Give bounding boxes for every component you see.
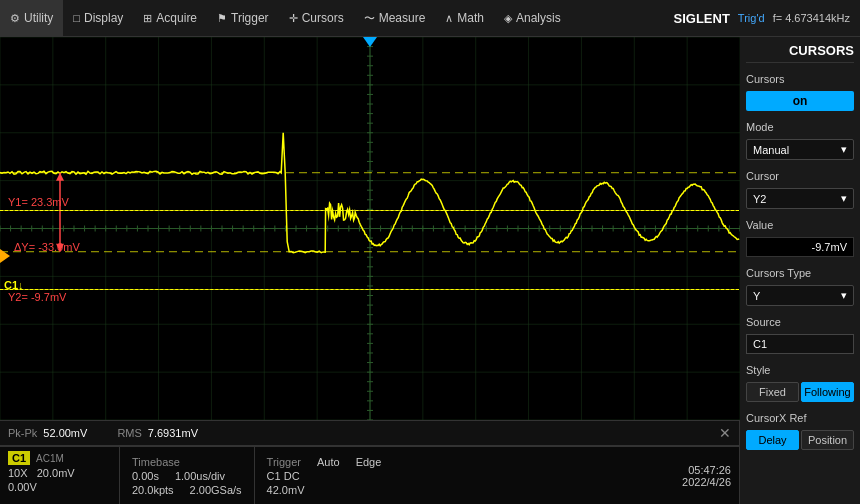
menu-trigger[interactable]: ⚑ Trigger xyxy=(207,0,279,36)
timebase-info: Timebase 0.00s 1.00us/div 20.0kpts 2.00G… xyxy=(120,447,255,504)
samples: 20.0kpts xyxy=(132,484,174,496)
ch1-coupling: AC1M xyxy=(36,453,64,464)
menu-acquire[interactable]: ⊞ Acquire xyxy=(133,0,207,36)
cursors-type-label: Cursors Type xyxy=(746,267,854,279)
style-following-button[interactable]: Following xyxy=(801,382,854,402)
scope-area: Y1= 23.3mV ΔY= -33.0mV Y2= -9.7mV C1↓ Pk… xyxy=(0,37,740,504)
chevron-down-icon-3: ▾ xyxy=(841,289,847,302)
cursors-type-dropdown[interactable]: Y ▾ xyxy=(746,285,854,306)
position-button[interactable]: Position xyxy=(801,430,854,450)
rms-measurement: RMS 7.6931mV xyxy=(117,427,198,439)
trig-level: 42.0mV xyxy=(267,484,305,496)
scope-canvas xyxy=(0,37,740,420)
menu-analysis[interactable]: ◈ Analysis xyxy=(494,0,571,36)
timebase-label: Timebase xyxy=(132,456,180,468)
sample-rate: 2.00GSa/s xyxy=(190,484,242,496)
time-div: 1.00us/div xyxy=(175,470,225,482)
date-display: 2022/4/26 xyxy=(682,476,731,488)
math-icon: ∧ xyxy=(445,12,453,25)
pkpk-label: Pk-Pk xyxy=(8,427,37,439)
rms-label: RMS xyxy=(117,427,141,439)
time-display: 05:47:26 xyxy=(688,464,731,476)
trig-status: Trig'd xyxy=(738,12,765,24)
trigger-level-marker xyxy=(363,37,377,47)
style-fixed-button[interactable]: Fixed xyxy=(746,382,799,402)
display-icon: □ xyxy=(73,12,80,24)
cursors-on-button[interactable]: on xyxy=(746,91,854,111)
ch1-badge: C1 xyxy=(8,451,30,465)
brand-area: SIGLENT Trig'd f= 4.673414kHz xyxy=(674,11,860,26)
trig-type: Edge xyxy=(356,456,382,468)
mode-dropdown[interactable]: Manual ▾ xyxy=(746,139,854,160)
panel-title: CURSORS xyxy=(746,43,854,63)
chevron-down-icon: ▾ xyxy=(841,143,847,156)
utility-icon: ⚙ xyxy=(10,12,20,25)
cursor-label: Cursor xyxy=(746,170,854,182)
cursor-value-display: -9.7mV xyxy=(746,237,854,257)
style-button-row: Fixed Following xyxy=(746,382,854,402)
ch1-waveform-label: C1↓ xyxy=(4,279,24,291)
measurements-bar: Pk-Pk 52.00mV RMS 7.6931mV ✕ xyxy=(0,420,739,446)
channel-info-bar: C1 AC1M 10X 20.0mV 0.00V Timebase 0.00s xyxy=(0,446,739,504)
acquire-icon: ⊞ xyxy=(143,12,152,25)
trigger-info: Trigger Auto Edge C1 DC 42.0mV xyxy=(255,447,394,504)
top-menu-bar: ⚙ Utility □ Display ⊞ Acquire ⚑ Trigger … xyxy=(0,0,860,37)
value-label: Value xyxy=(746,219,854,231)
menu-math[interactable]: ∧ Math xyxy=(435,0,494,36)
menu-utility[interactable]: ⚙ Utility xyxy=(0,0,63,36)
cursors-section-label: Cursors xyxy=(746,73,854,85)
ch1-offset: 0.00V xyxy=(8,481,111,493)
cursors-panel: CURSORS Cursors on Mode Manual ▾ Cursor … xyxy=(740,37,860,504)
chevron-down-icon-2: ▾ xyxy=(841,192,847,205)
rms-value: 7.6931mV xyxy=(148,427,198,439)
trigger-icon: ⚑ xyxy=(217,12,227,25)
trigger-label: Trigger xyxy=(267,456,301,468)
freq-display: f= 4.673414kHz xyxy=(773,12,850,24)
source-value: C1 xyxy=(746,334,854,354)
ch1-probe: 10X 20.0mV xyxy=(8,467,111,479)
ch1-info: C1 AC1M 10X 20.0mV 0.00V xyxy=(0,447,120,504)
ch1-dc-label: C1 DC xyxy=(267,470,300,482)
style-label: Style xyxy=(746,364,854,376)
pkpk-value: 52.00mV xyxy=(43,427,87,439)
time-position: 0.00s xyxy=(132,470,159,482)
mode-label: Mode xyxy=(746,121,854,133)
delay-button[interactable]: Delay xyxy=(746,430,799,450)
trigger-arrow-marker xyxy=(0,249,10,263)
pkpk-measurement: Pk-Pk 52.00mV xyxy=(8,427,87,439)
close-measurements-button[interactable]: ✕ xyxy=(719,425,731,441)
menu-cursors[interactable]: ✛ Cursors xyxy=(279,0,354,36)
datetime-info: 05:47:26 2022/4/26 xyxy=(674,447,739,504)
cursors-icon: ✛ xyxy=(289,12,298,25)
menu-measure[interactable]: 〜 Measure xyxy=(354,0,436,36)
main-layout: Y1= 23.3mV ΔY= -33.0mV Y2= -9.7mV C1↓ Pk… xyxy=(0,37,860,504)
source-label: Source xyxy=(746,316,854,328)
brand-name: SIGLENT xyxy=(674,11,730,26)
cursorx-ref-label: CursorX Ref xyxy=(746,412,854,424)
cursor-dropdown[interactable]: Y2 ▾ xyxy=(746,188,854,209)
trig-mode: Auto xyxy=(317,456,340,468)
measure-icon: 〜 xyxy=(364,11,375,26)
analysis-icon: ◈ xyxy=(504,12,512,25)
menu-display[interactable]: □ Display xyxy=(63,0,133,36)
cursorx-ref-button-row: Delay Position xyxy=(746,430,854,450)
